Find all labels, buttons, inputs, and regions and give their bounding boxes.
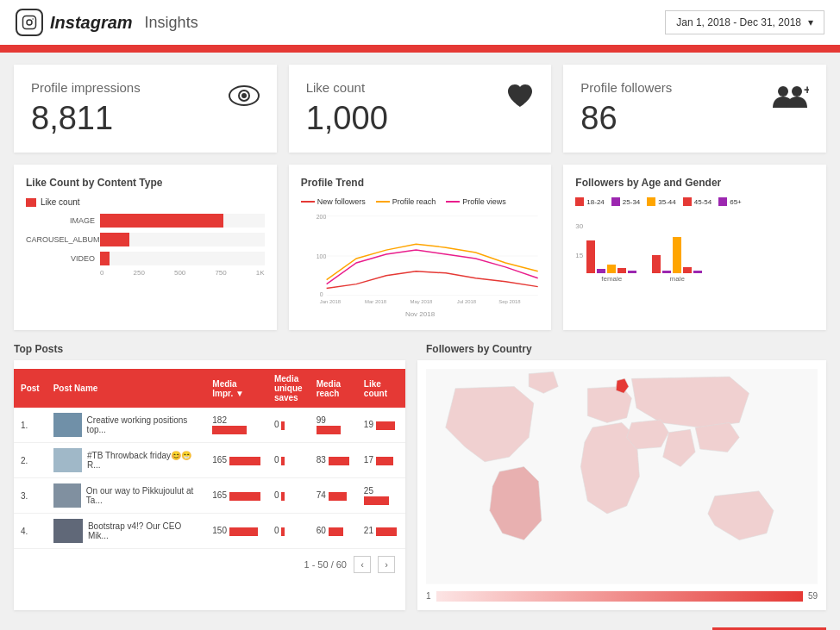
prev-page-button[interactable]: ‹ — [354, 556, 371, 573]
col-post-num: Post — [14, 369, 47, 408]
row4-name: Bootstrap v4!? Our CEO Mik... — [47, 514, 206, 549]
header: Instagram Insights Jan 1, 2018 - Dec 31,… — [0, 0, 840, 47]
bar-track-carousel — [100, 233, 265, 246]
pagination: 1 - 50 / 60 ‹ › — [14, 549, 405, 577]
female-bar-25-34 — [597, 269, 605, 273]
date-range-selector[interactable]: Jan 1, 2018 - Dec 31, 2018 ▾ — [665, 10, 824, 34]
bar-saves-2 — [281, 457, 285, 465]
age-legend-45-54: 45-54 — [683, 197, 711, 206]
row2-likes: 17 — [357, 443, 405, 478]
male-bar-35-44 — [673, 237, 681, 273]
age-group-female: female — [586, 213, 636, 283]
bar-track-video — [100, 252, 265, 265]
bar-track-image — [100, 214, 265, 228]
bar-impr-4 — [229, 527, 258, 536]
followers-label: Profile followers — [580, 80, 672, 95]
stat-card-followers: Profile followers 86 + — [563, 65, 826, 153]
bar-reach-2 — [329, 457, 349, 465]
footer: Template provided by: SUPERMETRICS TM — [0, 622, 840, 630]
svg-text:Jul 2018: Jul 2018 — [456, 299, 476, 304]
row1-saves: 0 — [267, 408, 310, 443]
page-title: Insights — [145, 14, 198, 32]
svg-point-7 — [792, 86, 802, 97]
row1-likes: 19 — [357, 408, 405, 443]
svg-text:100: 100 — [316, 253, 326, 259]
age-group-male: male — [652, 213, 702, 283]
col-like-count: Likecount — [357, 369, 405, 408]
svg-text:Mar 2018: Mar 2018 — [365, 299, 387, 304]
next-page-button[interactable]: › — [378, 556, 395, 573]
likes-label: Like count — [306, 80, 388, 95]
row3-saves: 0 — [267, 478, 310, 514]
row4-num: 4. — [14, 514, 47, 549]
age-legend-18-24: 18-24 — [575, 197, 604, 206]
legend-line-red — [301, 201, 315, 203]
row2-impr: 165 — [205, 443, 267, 478]
age-legend-25-34: 25-34 — [611, 197, 640, 206]
age-y-axis: 3015 — [575, 222, 583, 283]
female-bars — [586, 213, 636, 273]
female-bar-18-24 — [586, 240, 595, 274]
section-headers: Top Posts Followers by Country — [14, 342, 826, 355]
table-row: 3. On our way to Pikkujoulut at Ta... 16… — [14, 478, 405, 514]
line-chart-legend: New followers Profile reach Profile view… — [301, 197, 540, 206]
legend-label-new-followers: New followers — [317, 197, 366, 206]
female-bar-65-plus — [628, 271, 636, 273]
scale-min: 1 — [426, 591, 431, 601]
row3-name: On our way to Pikkujoulut at Ta... — [47, 478, 206, 514]
svg-text:0: 0 — [319, 291, 323, 297]
male-bar-25-34 — [662, 271, 671, 274]
male-bar-45-54 — [683, 267, 692, 273]
row2-name: #TB Throwback friday😊😁 R... — [47, 443, 206, 478]
eye-icon — [229, 84, 260, 114]
female-label: female — [601, 275, 622, 283]
row4-saves: 0 — [267, 514, 310, 549]
bar-chart-card: Like Count by Content Type Like count IM… — [14, 165, 277, 330]
table-row: 1. Creative working positions top... 182… — [14, 408, 405, 443]
instagram-logo-icon — [16, 9, 43, 36]
scale-max: 59 — [808, 591, 818, 601]
female-bar-35-44 — [607, 265, 616, 273]
followers-value: 86 — [580, 100, 672, 137]
map-scale: 1 59 — [426, 591, 818, 602]
bar-chart-title: Like Count by Content Type — [26, 177, 265, 189]
post-thumb-3 — [53, 483, 81, 508]
col-post-name: Post Name — [47, 369, 206, 408]
age-chart-title: Followers by Age and Gender — [575, 177, 814, 189]
age-color-45-54 — [683, 197, 692, 206]
svg-text:Jan 2018: Jan 2018 — [319, 299, 341, 304]
age-legend-35-44: 35-44 — [647, 197, 675, 206]
row3-num: 3. — [14, 478, 47, 514]
charts-row: Like Count by Content Type Like count IM… — [14, 165, 826, 330]
bar-impr-3 — [229, 492, 260, 501]
map-header: Followers by Country — [426, 342, 826, 355]
col-media-saves: Mediauniquesaves — [267, 369, 310, 408]
top-posts-header: Top Posts — [14, 342, 414, 355]
bar-chart-area: IMAGE CAROUSEL_ALBUM VIDEO — [26, 214, 265, 265]
post-thumb-2 — [53, 448, 82, 472]
col-media-reach: Mediareach — [310, 369, 357, 408]
bar-fill-image — [100, 214, 223, 228]
legend-line-orange — [376, 201, 390, 203]
scale-bar — [436, 591, 803, 602]
table-row: 4. Bootstrap v4!? Our CEO Mik... 150 0 6… — [14, 514, 405, 549]
bar-label-image: IMAGE — [26, 216, 95, 225]
bar-reach-1 — [317, 426, 341, 434]
row4-reach: 60 — [310, 514, 357, 549]
age-color-35-44 — [647, 197, 655, 206]
line-chart-title: Profile Trend — [301, 177, 540, 189]
main-content: Profile impressions 8,811 Like count 1,0… — [0, 53, 840, 622]
svg-point-1 — [27, 20, 32, 25]
row1-impr: 182 — [205, 408, 267, 443]
likes-value: 1,000 — [306, 100, 388, 137]
bar-likes-1 — [376, 421, 395, 430]
bar-legend-label: Like count — [41, 197, 80, 207]
bar-fill-carousel — [100, 233, 129, 246]
row1-name: Creative working positions top... — [47, 408, 206, 443]
legend-line-pink — [446, 201, 460, 203]
bar-axis: 02505007501K — [100, 269, 265, 277]
bar-reach-3 — [329, 492, 347, 501]
svg-text:May 2018: May 2018 — [410, 299, 433, 304]
age-legend-65-plus: 65+ — [718, 197, 742, 206]
row2-reach: 83 — [310, 443, 357, 478]
